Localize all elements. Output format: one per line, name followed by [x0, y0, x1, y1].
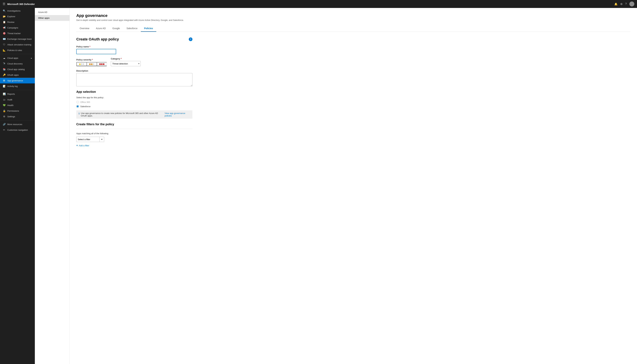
- sidebar-item-permissions[interactable]: 🔒 Permissions: [0, 108, 35, 114]
- sidebar-item-campaigns[interactable]: 📢 Campaigns: [0, 25, 35, 30]
- tab-policies[interactable]: Policies: [141, 25, 156, 32]
- app-selection-label: Select the app for this policy:: [76, 96, 192, 99]
- avatar-image: [629, 2, 634, 6]
- sidebar-label-app-governance: App governance: [7, 79, 23, 82]
- category-select[interactable]: Threat detection Compliance Data protect…: [111, 61, 141, 66]
- tab-azure-ad[interactable]: Azure AD: [93, 25, 109, 32]
- sub-sidebar: Azure AD Other apps: [35, 8, 70, 364]
- attack-simulation-icon: 🛡: [3, 43, 6, 46]
- radio-salesforce[interactable]: [76, 105, 79, 108]
- apps-matching-label: Apps matching all of the following: [76, 132, 192, 135]
- threat-tracker-icon: 🎯: [3, 32, 6, 35]
- sev-dot-med-1: [89, 64, 91, 65]
- sidebar-label-cloud-app-catalog: Cloud app catalog: [7, 68, 25, 70]
- radio-office365[interactable]: [76, 101, 79, 104]
- severity-high-button[interactable]: [97, 62, 107, 66]
- sidebar-label-health: Health: [7, 104, 14, 106]
- settings-icon[interactable]: ⚙: [620, 2, 622, 6]
- sidebar-group-cloud-apps[interactable]: ☁ Cloud apps ▲: [0, 55, 35, 61]
- sidebar-item-attack-simulation[interactable]: 🛡 Attack simulation training: [0, 42, 35, 48]
- select-filter-arrow[interactable]: ▾: [100, 137, 104, 142]
- sidebar-label-more-resources: More resources: [7, 123, 22, 126]
- sidebar-item-activity-log[interactable]: 📝 Activity log: [0, 83, 35, 89]
- topbar-icons: 🔔 ⚙ ?: [614, 2, 634, 6]
- sidebar-item-customize-nav[interactable]: ✏ Customize navigation: [0, 127, 35, 133]
- sidebar-item-more-resources[interactable]: 🔗 More resources: [0, 122, 35, 127]
- sidebar-divider-3: [0, 120, 35, 120]
- sidebar-item-explorer[interactable]: 📂 Explorer: [0, 14, 35, 19]
- add-icon: +: [76, 144, 78, 147]
- help-icon[interactable]: ?: [625, 2, 627, 6]
- filter-dropdown: Select a filter ▾: [76, 137, 104, 142]
- description-textarea[interactable]: [76, 73, 192, 86]
- info-link[interactable]: View app governance policies: [164, 112, 190, 117]
- severity-medium-button[interactable]: [87, 62, 97, 66]
- sev-dot-low-2: [81, 64, 82, 65]
- topbar: ☰ Microsoft 365 Defender 🔔 ⚙ ?: [0, 0, 637, 8]
- add-filter-label: Add a filter: [79, 144, 89, 147]
- sev-dot-high-3: [103, 64, 104, 65]
- sev-dot-high-1: [99, 64, 101, 65]
- investigations-icon: 🔍: [3, 10, 6, 12]
- sidebar-item-health[interactable]: 💚 Health: [0, 102, 35, 108]
- app-governance-icon: 🏛: [3, 79, 6, 82]
- sidebar-item-threat-tracker[interactable]: 🎯 Threat tracker: [0, 30, 35, 36]
- severity-low-button[interactable]: [77, 62, 87, 66]
- hamburger-menu[interactable]: ☰: [3, 2, 5, 6]
- settings-sidebar-icon: ⚙: [3, 115, 6, 118]
- form-title-text: Create OAuth app policy: [76, 37, 119, 42]
- review-icon: 📋: [3, 21, 6, 23]
- sub-sidebar-item-azure-ad[interactable]: Azure AD: [35, 9, 70, 15]
- sidebar-label-review: Review: [7, 21, 15, 23]
- main-content: App governance Get in-depth visibility a…: [70, 8, 637, 364]
- sidebar-label-oauth-apps: OAuth apps: [7, 74, 19, 76]
- cloud-apps-chevron: ▲: [31, 57, 32, 59]
- description-label: Description: [76, 70, 192, 72]
- sidebar-item-app-governance[interactable]: 🏛 App governance: [0, 78, 35, 83]
- sev-dot-low-1: [79, 64, 80, 65]
- sidebar-label-activity-log: Activity log: [7, 85, 18, 88]
- sidebar-label-settings: Settings: [7, 115, 15, 118]
- policy-name-required: *: [89, 46, 90, 48]
- sidebar-item-cloud-discovery[interactable]: 🔭 Cloud discovery: [0, 61, 35, 66]
- sidebar-item-policies-rules[interactable]: 📐 Policies & rules: [0, 48, 35, 53]
- avatar[interactable]: [629, 2, 634, 6]
- exchange-icon: 📧: [3, 38, 6, 40]
- sidebar-item-oauth-apps[interactable]: 🔑 OAuth apps: [0, 72, 35, 78]
- radio-item-office365[interactable]: Office 365: [76, 101, 192, 104]
- tab-salesforce[interactable]: Salesforce: [123, 25, 141, 32]
- select-filter[interactable]: Select a filter: [76, 137, 100, 142]
- policy-name-label: Policy name *: [76, 46, 192, 48]
- tab-overview[interactable]: Overview: [76, 25, 93, 32]
- info-text: Use app governance to create new policie…: [81, 112, 161, 117]
- sidebar-item-settings[interactable]: ⚙ Settings: [0, 114, 35, 119]
- filter-section: Create filters for the policy Apps match…: [76, 122, 192, 147]
- sidebar-item-reports[interactable]: 📊 Reports: [0, 91, 35, 97]
- reports-icon: 📊: [3, 92, 6, 95]
- tab-google[interactable]: Google: [109, 25, 123, 32]
- policy-name-input[interactable]: [76, 49, 116, 54]
- help-circle-icon[interactable]: ?: [189, 38, 192, 41]
- category-group: Category * Threat detection Compliance D…: [111, 58, 141, 66]
- sidebar-item-review[interactable]: 📋 Review: [0, 19, 35, 25]
- app-radio-group: Office 365 Salesforce: [76, 101, 192, 108]
- sidebar-item-cloud-app-catalog[interactable]: 📚 Cloud app catalog: [0, 66, 35, 72]
- sidebar-item-exchange-message-trace[interactable]: 📧 Exchange message trace: [0, 36, 35, 42]
- sidebar-item-audit[interactable]: 🗂 Audit: [0, 97, 35, 102]
- sub-sidebar-item-other-apps[interactable]: Other apps: [35, 15, 70, 21]
- radio-item-salesforce[interactable]: Salesforce: [76, 105, 192, 108]
- notification-icon[interactable]: 🔔: [614, 2, 617, 6]
- sidebar-label-policies-rules: Policies & rules: [7, 49, 22, 52]
- sidebar-label-reports: Reports: [7, 93, 15, 95]
- create-filters-title: Create filters for the policy: [76, 122, 192, 126]
- app-title: Microsoft 365 Defender: [7, 3, 612, 6]
- form-title-row: Create OAuth app policy ?: [76, 37, 192, 42]
- policy-name-group: Policy name *: [76, 46, 192, 54]
- cloud-discovery-icon: 🔭: [3, 62, 6, 65]
- add-filter-button[interactable]: + Add a filter: [76, 144, 192, 147]
- sidebar-item-investigations[interactable]: 🔍 Investigations: [0, 8, 35, 14]
- sidebar-label-cloud-apps: Cloud apps: [7, 57, 18, 59]
- form-panel: Create OAuth app policy ? Policy name * …: [76, 32, 192, 156]
- policy-severity-required: *: [91, 58, 93, 61]
- radio-label-salesforce: Salesforce: [80, 105, 90, 108]
